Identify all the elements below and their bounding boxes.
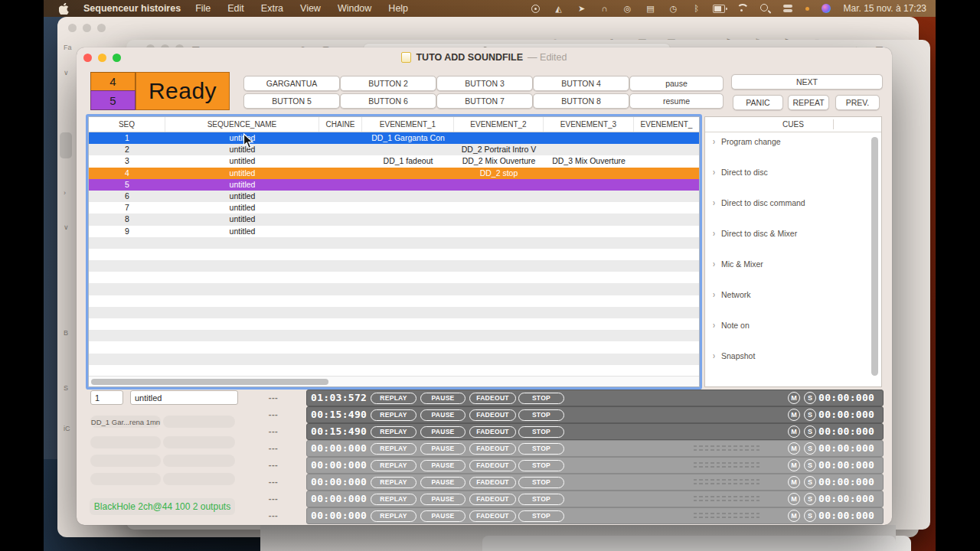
shield-triangle-icon[interactable]: ◭ (552, 2, 564, 15)
next-button[interactable]: NEXT (731, 74, 883, 90)
table-row[interactable]: 5untitled (89, 179, 699, 191)
mute-button[interactable]: M (788, 425, 800, 438)
column-header-seq[interactable]: SEQ (89, 117, 165, 132)
column-header-evenement_2[interactable]: EVENEMENT_2 (454, 117, 544, 132)
cue-item-direct-to-disc[interactable]: ›Direct to disc (713, 168, 768, 177)
stop-button[interactable]: STOP (518, 510, 564, 522)
replay-button[interactable]: REPLAY (371, 460, 416, 471)
menu-item-file[interactable]: File (195, 3, 211, 14)
column-header-evenement_1[interactable]: EVENEMENT_1 (362, 117, 454, 132)
cue-button-button-5[interactable]: BUTTON 5 (243, 93, 340, 109)
table-row[interactable]: 7untitled (89, 202, 699, 214)
cue-button-resume[interactable]: resume (629, 93, 724, 109)
table-empty-row[interactable] (89, 249, 699, 260)
table-row[interactable]: 9untitled (89, 226, 699, 237)
table-empty-row[interactable] (89, 330, 699, 341)
empty-slot[interactable] (163, 473, 235, 485)
cue-button-button-8[interactable]: BUTTON 8 (533, 93, 629, 109)
clock-icon[interactable]: ◷ (667, 2, 679, 15)
fadeout-button[interactable]: FADEOUT (469, 393, 516, 404)
table-horizontal-scrollbar[interactable] (89, 376, 699, 386)
mute-button[interactable]: M (788, 442, 800, 455)
fadeout-button[interactable]: FADEOUT (469, 443, 516, 455)
mail-minimize-button[interactable] (83, 24, 91, 32)
soundfile-slot[interactable]: DD_1 Gar...rena 1mn (90, 416, 161, 428)
cue-item-note-on[interactable]: ›Note on (713, 321, 750, 330)
menu-item-window[interactable]: Window (338, 3, 371, 14)
cue-item-mic-mixer[interactable]: ›Mic & Mixer (713, 259, 763, 269)
fadeout-button[interactable]: FADEOUT (469, 494, 516, 505)
arch-icon[interactable]: ∩ (598, 2, 610, 15)
column-header-evenement_3[interactable]: EVENEMENT_3 (544, 117, 634, 132)
fadeout-button[interactable]: FADEOUT (469, 510, 516, 522)
battery-icon[interactable] (713, 2, 725, 15)
cue-item-network[interactable]: ›Network (713, 290, 751, 299)
pause-button[interactable]: PAUSE (420, 477, 466, 488)
mute-button[interactable]: M (788, 493, 800, 505)
table-empty-row[interactable] (89, 272, 699, 283)
solo-button[interactable]: S (804, 459, 816, 471)
camera-icon[interactable]: ◎ (621, 2, 633, 15)
menu-app-name[interactable]: Sequenceur histoires (83, 3, 181, 14)
table-row[interactable]: 1untitledDD_1 Garganta Con (89, 132, 699, 144)
apple-menu-icon[interactable] (59, 3, 69, 15)
replay-button[interactable]: REPLAY (371, 510, 416, 522)
empty-slot[interactable] (163, 436, 235, 448)
table-row[interactable]: 3untitledDD_1 fadeoutDD_2 Mix OuvertureD… (89, 155, 699, 167)
table-empty-row[interactable] (89, 237, 699, 249)
control-center-icon[interactable] (782, 2, 794, 15)
fadeout-button[interactable]: FADEOUT (469, 409, 516, 421)
table-row[interactable]: 6untitled (89, 191, 699, 202)
cue-button-button-6[interactable]: BUTTON 6 (340, 93, 436, 109)
stop-button[interactable]: STOP (518, 494, 564, 505)
replay-button[interactable]: REPLAY (371, 393, 416, 404)
empty-slot[interactable] (90, 455, 161, 467)
fadeout-button[interactable]: FADEOUT (469, 477, 516, 488)
solo-button[interactable]: S (804, 425, 816, 438)
search-icon[interactable] (759, 2, 771, 15)
panic-button[interactable]: PANIC (733, 95, 783, 110)
column-header-sequence_name[interactable]: SEQUENCE_NAME (165, 117, 319, 132)
pause-button[interactable]: PAUSE (420, 409, 466, 421)
solo-button[interactable]: S (804, 510, 816, 522)
table-empty-row[interactable] (89, 354, 699, 365)
mail-zoom-button[interactable] (97, 24, 106, 32)
cue-button-button-7[interactable]: BUTTON 7 (436, 93, 533, 109)
solo-button[interactable]: S (804, 442, 816, 455)
dot-icon[interactable] (805, 2, 809, 15)
pause-button[interactable]: PAUSE (420, 426, 466, 438)
repeat-button[interactable]: REPEAT (788, 95, 829, 110)
pause-button[interactable]: PAUSE (420, 393, 466, 404)
replay-button[interactable]: REPLAY (371, 443, 416, 455)
bluetooth-icon[interactable]: ᛒ (690, 2, 702, 15)
column-header-evenement_[interactable]: EVENEMENT_ (634, 117, 699, 132)
solo-button[interactable]: S (804, 476, 816, 488)
empty-slot[interactable] (90, 473, 161, 485)
pause-button[interactable]: PAUSE (420, 510, 466, 522)
menu-clock[interactable]: Mar. 15 nov. à 17:23 (843, 3, 926, 14)
mail-close-button[interactable] (68, 24, 77, 32)
menu-item-view[interactable]: View (300, 3, 321, 14)
mute-button[interactable]: M (788, 392, 800, 404)
mute-button[interactable]: M (788, 510, 800, 522)
table-empty-row[interactable] (89, 318, 699, 330)
mute-button[interactable]: M (788, 459, 800, 471)
cues-scrollbar[interactable] (871, 137, 878, 376)
table-row[interactable]: 2untitledDD_2 Portrait Intro V (89, 144, 699, 155)
column-header-chaine[interactable]: CHAINE (319, 117, 362, 132)
table-empty-row[interactable] (89, 283, 699, 295)
solo-button[interactable]: S (804, 493, 816, 505)
sequence-table[interactable]: SEQSEQUENCE_NAMECHAINEEVENEMENT_1EVENEME… (88, 116, 700, 387)
pause-button[interactable]: PAUSE (420, 443, 466, 455)
menu-item-help[interactable]: Help (388, 3, 408, 14)
cue-item-snapshot[interactable]: ›Snapshot (713, 351, 755, 360)
table-row[interactable]: 8untitled (89, 214, 699, 225)
display-icon[interactable]: ▤ (644, 2, 656, 15)
cue-button-button-2[interactable]: BUTTON 2 (340, 76, 436, 91)
cue-button-pause[interactable]: pause (629, 76, 724, 91)
replay-button[interactable]: REPLAY (371, 494, 416, 505)
sequence-number-field[interactable] (90, 390, 123, 405)
table-empty-row[interactable] (89, 365, 699, 377)
location-icon[interactable]: ➤ (575, 2, 587, 15)
table-empty-row[interactable] (89, 260, 699, 272)
